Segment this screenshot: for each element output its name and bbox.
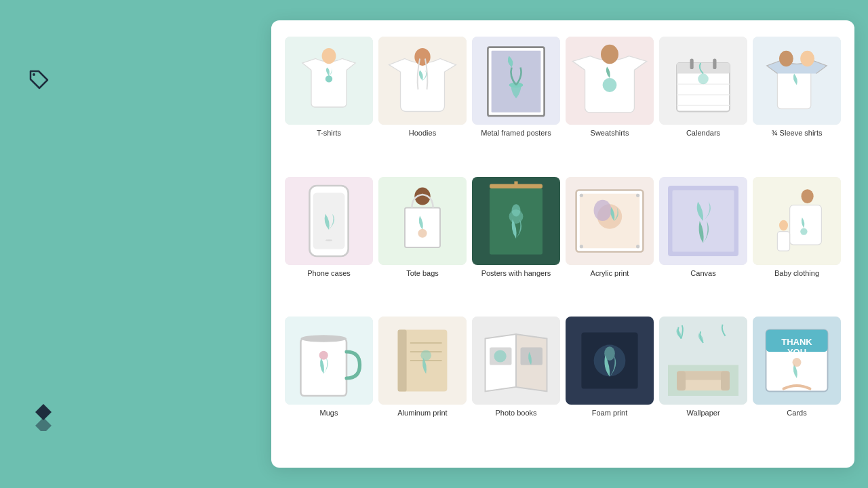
product-item-sweatshirts[interactable]: Sweatshirts xyxy=(566,37,654,171)
product-label-calendars: Calendars xyxy=(686,129,720,138)
product-label-aluminum-print: Aluminum print xyxy=(397,409,447,418)
product-item-posters-with-hangers[interactable]: Posters with hangers xyxy=(472,177,560,312)
left-panel xyxy=(0,0,271,488)
product-item-mugs[interactable]: Mugs xyxy=(285,317,373,451)
product-image-baby-clothing xyxy=(753,177,841,265)
product-label-mugs: Mugs xyxy=(320,409,338,418)
product-label-wallpaper: Wallpaper xyxy=(686,409,719,418)
product-image-sweatshirts xyxy=(566,37,654,125)
product-image-sleeve-shirts xyxy=(753,37,841,125)
svg-point-57 xyxy=(802,189,814,203)
svg-point-49 xyxy=(580,193,583,197)
product-label-metal-framed-posters: Metal framed posters xyxy=(481,129,551,138)
svg-rect-18 xyxy=(677,63,730,74)
svg-point-15 xyxy=(603,78,617,92)
product-label-sweatshirts: Sweatshirts xyxy=(591,129,629,138)
product-label-posters-with-hangers: Posters with hangers xyxy=(481,269,551,278)
product-label-foam-print: Foam print xyxy=(592,409,628,418)
product-image-calendars xyxy=(659,37,747,125)
svg-point-50 xyxy=(636,193,639,197)
svg-rect-10 xyxy=(492,51,541,113)
svg-point-3 xyxy=(322,48,336,64)
svg-point-14 xyxy=(601,45,618,64)
svg-point-24 xyxy=(698,74,709,85)
svg-text:THANK: THANK xyxy=(781,337,812,347)
svg-point-61 xyxy=(800,228,807,235)
svg-point-43 xyxy=(512,204,521,216)
product-label-tote-bags: Tote bags xyxy=(406,269,439,278)
svg-point-0 xyxy=(33,73,35,76)
page-title xyxy=(27,108,244,143)
product-label-photo-books: Photo books xyxy=(495,409,536,418)
product-label-cards: Cards xyxy=(787,409,806,418)
svg-point-72 xyxy=(420,350,431,361)
product-label-tshirts: T-shirts xyxy=(317,129,341,138)
right-panel: T-shirts Hoodies Metal framed posters xyxy=(271,0,868,488)
product-image-canvas xyxy=(659,177,747,265)
product-item-phone-cases[interactable]: Phone cases xyxy=(285,177,373,312)
svg-rect-40 xyxy=(514,181,517,188)
product-image-posters-with-hangers xyxy=(472,177,560,265)
svg-point-4 xyxy=(326,75,332,82)
product-image-phone-cases xyxy=(285,177,373,265)
product-item-acrylic-print[interactable]: Acrylic print xyxy=(566,177,654,312)
svg-rect-85 xyxy=(677,371,686,391)
product-image-acrylic-print xyxy=(566,177,654,265)
product-image-photo-books xyxy=(472,317,560,405)
product-label-baby-clothing: Baby clothing xyxy=(774,269,819,278)
product-item-tote-bags[interactable]: Tote bags xyxy=(378,177,467,312)
product-item-hoodies[interactable]: Hoodies xyxy=(378,37,467,171)
svg-point-65 xyxy=(319,351,328,360)
svg-point-52 xyxy=(636,245,639,248)
product-image-tshirts xyxy=(285,37,373,125)
svg-rect-68 xyxy=(398,330,407,392)
svg-point-59 xyxy=(779,220,788,230)
product-item-cards[interactable]: THANK YOU Cards xyxy=(753,317,841,451)
svg-rect-86 xyxy=(721,371,730,391)
svg-point-51 xyxy=(580,245,583,248)
product-item-aluminum-print[interactable]: Aluminum print xyxy=(378,317,467,451)
product-label-hoodies: Hoodies xyxy=(409,129,436,138)
tag-icon xyxy=(27,68,244,95)
product-image-foam-print xyxy=(566,317,654,405)
product-item-photo-books[interactable]: Photo books xyxy=(472,317,560,451)
product-item-baby-clothing[interactable]: Baby clothing xyxy=(753,177,841,312)
svg-text:YOU: YOU xyxy=(787,348,806,358)
product-item-wallpaper[interactable]: Wallpaper xyxy=(659,317,747,451)
svg-point-37 xyxy=(418,228,427,237)
product-grid: T-shirts Hoodies Metal framed posters xyxy=(285,37,841,451)
product-image-aluminum-print xyxy=(378,317,467,405)
svg-point-28 xyxy=(800,51,814,66)
product-label-acrylic-print: Acrylic print xyxy=(591,269,629,278)
product-label-canvas: Canvas xyxy=(690,269,715,278)
product-image-metal-framed-posters xyxy=(472,37,560,125)
svg-point-64 xyxy=(300,336,347,342)
svg-point-33 xyxy=(326,239,332,241)
svg-point-48 xyxy=(594,199,612,220)
product-image-hoodies xyxy=(378,37,467,125)
svg-point-80 xyxy=(604,347,615,361)
product-item-tshirts[interactable]: T-shirts xyxy=(285,37,373,171)
left-content xyxy=(27,68,244,157)
product-label-phone-cases: Phone cases xyxy=(307,269,351,278)
product-image-mugs xyxy=(285,317,373,405)
svg-point-7 xyxy=(414,48,430,66)
product-image-wallpaper xyxy=(659,317,747,405)
svg-rect-19 xyxy=(690,59,694,70)
svg-rect-58 xyxy=(790,205,822,245)
product-image-tote-bags xyxy=(378,177,467,265)
product-item-sleeve-shirts[interactable]: ¾ Sleeve shirts xyxy=(753,37,841,171)
product-label-sleeve-shirts: ¾ Sleeve shirts xyxy=(771,129,822,138)
svg-rect-20 xyxy=(713,59,716,70)
product-item-canvas[interactable]: Canvas xyxy=(659,177,747,312)
catalog-card: T-shirts Hoodies Metal framed posters xyxy=(271,20,854,468)
svg-point-76 xyxy=(494,350,507,363)
svg-point-92 xyxy=(793,358,802,367)
product-item-calendars[interactable]: Calendars xyxy=(659,37,747,171)
product-image-cards: THANK YOU xyxy=(753,317,841,405)
svg-point-27 xyxy=(779,51,793,66)
svg-rect-60 xyxy=(777,231,789,251)
product-item-foam-print[interactable]: Foam print xyxy=(566,317,654,451)
logo-icon xyxy=(27,399,244,434)
product-item-metal-framed-posters[interactable]: Metal framed posters xyxy=(472,37,560,171)
